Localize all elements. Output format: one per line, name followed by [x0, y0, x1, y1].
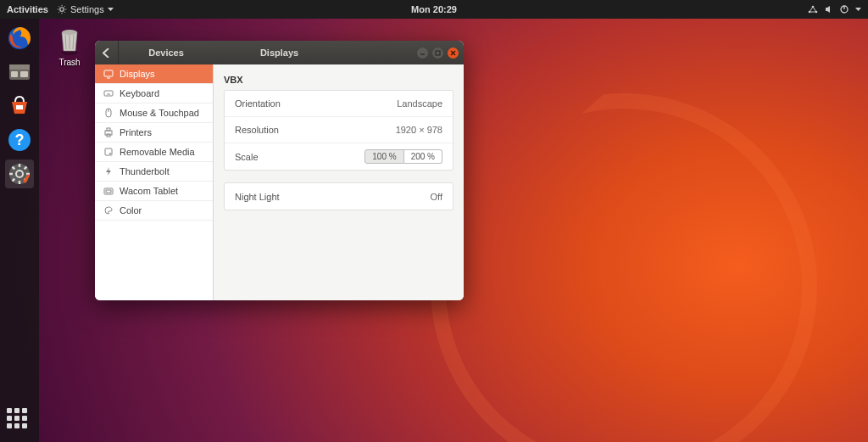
desktop-trash-label: Trash — [47, 58, 92, 67]
display-device-name: VBX — [224, 75, 453, 85]
sidebar-item-removable[interactable]: Removable Media — [95, 143, 213, 162]
sidebar-item-label: Removable Media — [120, 147, 195, 157]
app-menu-button[interactable]: Settings — [57, 4, 114, 14]
chevron-down-icon[interactable] — [855, 8, 861, 11]
nightlight-card: Night Light Off — [224, 182, 453, 210]
nightlight-row[interactable]: Night Light Off — [225, 183, 453, 210]
printer-icon — [103, 127, 114, 137]
dock-firefox[interactable] — [5, 24, 34, 53]
volume-icon[interactable] — [825, 5, 833, 14]
top-bar: Activities Settings Mon 20:29 — [0, 0, 868, 19]
resolution-label: Resolution — [235, 125, 279, 135]
resolution-row[interactable]: Resolution 1920 × 978 — [225, 117, 453, 143]
svg-rect-33 — [104, 91, 113, 96]
svg-rect-8 — [9, 64, 30, 70]
sidebar-item-label: Thunderbolt — [120, 166, 170, 176]
mouse-icon — [103, 108, 114, 118]
dock-settings[interactable] — [5, 159, 34, 188]
tablet-icon — [103, 186, 114, 196]
svg-point-44 — [109, 153, 111, 154]
settings-window: Devices Displays Displays Keyboard Mouse… — [95, 41, 464, 300]
thunderbolt-icon — [103, 166, 114, 176]
scale-200-button[interactable]: 200 % — [404, 149, 442, 164]
svg-rect-46 — [106, 190, 111, 193]
orientation-label: Orientation — [235, 98, 281, 109]
nightlight-label: Night Light — [235, 192, 280, 202]
display-properties-card: Orientation Landscape Resolution 1920 × … — [224, 90, 453, 171]
settings-content: VBX Orientation Landscape Resolution 192… — [214, 64, 464, 300]
orientation-value: Landscape — [397, 98, 442, 109]
svg-point-0 — [60, 8, 64, 12]
desktop-trash[interactable]: Trash — [47, 24, 92, 67]
sidebar-item-label: Mouse & Touchpad — [120, 108, 199, 118]
dock: ? — [0, 19, 39, 442]
dock-software[interactable] — [5, 92, 34, 120]
sidebar-item-printers[interactable]: Printers — [95, 123, 213, 143]
sidebar-item-mouse[interactable]: Mouse & Touchpad — [95, 104, 213, 123]
svg-rect-10 — [20, 71, 28, 77]
sidebar-item-label: Displays — [120, 69, 155, 79]
scale-100-button[interactable]: 100 % — [364, 149, 403, 164]
clock[interactable]: Mon 20:29 — [411, 4, 457, 14]
svg-rect-43 — [105, 148, 112, 155]
maximize-button[interactable] — [432, 48, 443, 59]
sidebar-item-displays[interactable]: Displays — [95, 64, 213, 84]
removable-icon — [103, 147, 114, 157]
scale-row: Scale 100 % 200 % — [225, 143, 453, 170]
chevron-left-icon — [103, 48, 110, 58]
show-applications-button[interactable] — [7, 408, 32, 434]
svg-rect-31 — [104, 70, 113, 76]
app-menu-label: Settings — [70, 4, 104, 14]
sidebar-item-label: Wacom Tablet — [120, 186, 178, 196]
close-button[interactable] — [448, 48, 459, 59]
power-icon[interactable] — [840, 5, 849, 14]
nightlight-value: Off — [431, 192, 442, 202]
settings-sidebar: Displays Keyboard Mouse & Touchpad Print… — [95, 64, 214, 300]
titlebar[interactable]: Devices Displays — [95, 41, 464, 64]
svg-rect-30 — [436, 51, 440, 55]
window-title: Displays — [260, 48, 298, 58]
dock-files[interactable] — [5, 58, 34, 87]
svg-rect-9 — [11, 71, 18, 77]
resolution-value: 1920 × 978 — [396, 125, 442, 135]
scale-toggle: 100 % 200 % — [364, 149, 442, 164]
sidebar-item-thunderbolt[interactable]: Thunderbolt — [95, 162, 213, 182]
color-icon — [103, 205, 114, 215]
svg-rect-41 — [107, 128, 110, 131]
sidebar-item-keyboard[interactable]: Keyboard — [95, 84, 213, 104]
sidebar-item-color[interactable]: Color — [95, 201, 213, 221]
keyboard-icon — [103, 88, 114, 98]
sidebar-title: Devices — [119, 48, 214, 58]
sidebar-item-label: Color — [120, 205, 142, 215]
dock-help[interactable]: ? — [5, 126, 34, 154]
minimize-button[interactable] — [417, 48, 428, 59]
activities-button[interactable]: Activities — [7, 4, 48, 14]
svg-text:?: ? — [15, 131, 25, 148]
gear-icon — [57, 4, 67, 14]
sidebar-item-label: Printers — [120, 127, 152, 137]
sidebar-item-label: Keyboard — [120, 88, 159, 98]
back-button[interactable] — [95, 41, 119, 64]
scale-label: Scale — [235, 152, 259, 162]
sidebar-item-wacom[interactable]: Wacom Tablet — [95, 182, 213, 201]
svg-rect-11 — [16, 105, 23, 109]
display-icon — [103, 69, 114, 79]
network-icon[interactable] — [808, 5, 818, 14]
svg-point-25 — [62, 30, 77, 35]
orientation-row[interactable]: Orientation Landscape — [225, 91, 453, 117]
chevron-down-icon — [108, 8, 114, 11]
